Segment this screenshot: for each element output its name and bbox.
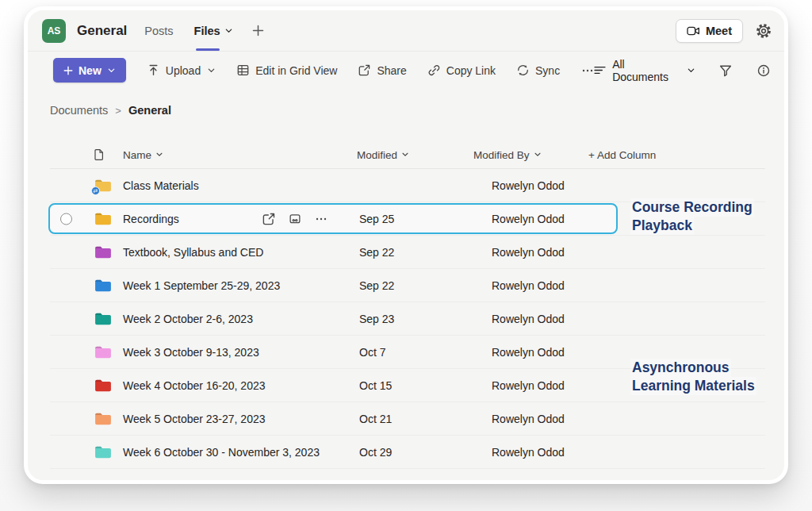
row-name[interactable]: Week 5 October 23-27, 2023 [123, 413, 266, 425]
row-modified: Sep 22 [359, 246, 394, 259]
funnel-icon [719, 64, 732, 77]
share-icon [358, 64, 370, 76]
tab-files[interactable]: Files [194, 10, 233, 51]
chevron-down-icon [107, 66, 116, 75]
row-modified-by: Rowelyn Odod [492, 279, 565, 292]
table-row[interactable]: ⇄ Week 6 October 30 - November 3, 2023 O… [50, 436, 765, 469]
row-name[interactable]: Week 6 October 30 - November 3, 2023 [123, 446, 320, 459]
table-row[interactable]: ⇄ Week 5 October 23-27, 2023 Oct 21 Rowe… [50, 402, 765, 436]
channel-avatar: AS [42, 19, 66, 43]
more-actions-button[interactable] [581, 65, 594, 76]
folder-icon: ⇄ [94, 279, 112, 293]
folder-icon: ⇄ [94, 212, 112, 226]
chevron-down-icon [224, 26, 233, 35]
row-modified-by: Rowelyn Odod [492, 446, 565, 459]
folder-icon: ⇄ [94, 179, 112, 193]
more-actions-icon[interactable] [315, 213, 327, 225]
share-icon[interactable] [262, 213, 275, 225]
row-modified: Oct 21 [359, 413, 392, 425]
chevron-down-icon [155, 151, 163, 159]
row-modified: Sep 23 [359, 313, 394, 325]
folder-icon: ⇄ [94, 245, 112, 259]
upload-icon [147, 64, 159, 76]
row-modified: Sep 22 [359, 279, 394, 292]
column-header-modified[interactable]: Modified [357, 148, 409, 160]
row-name[interactable]: Class Materials [123, 179, 199, 192]
table-row[interactable]: ⇄ Class Materials Rowelyn Odod [50, 169, 765, 202]
row-name[interactable]: Week 4 October 16-20, 2023 [123, 379, 266, 392]
breadcrumb-current: General [128, 104, 171, 117]
files-toolbar: New Upload Edit in Grid View [28, 52, 784, 89]
chevron-down-icon [401, 151, 409, 159]
toolbar-right-cluster: All Documents [594, 58, 770, 83]
upload-button[interactable]: Upload [147, 64, 216, 77]
row-modified: Oct 7 [359, 346, 385, 359]
row-hover-actions [262, 213, 327, 225]
row-modified-by: Rowelyn Odod [492, 213, 565, 225]
column-header-modified-by[interactable]: Modified By [473, 148, 542, 160]
list-lines-icon [594, 65, 606, 75]
plus-icon [252, 25, 264, 36]
view-selector[interactable]: All Documents [594, 58, 695, 83]
row-modified-by: Rowelyn Odod [492, 379, 565, 392]
table-row[interactable]: ⇄ Week 1 September 25-29, 2023 Sep 22 Ro… [50, 269, 765, 302]
info-icon [757, 64, 770, 77]
page-background: AS General Posts Files [0, 0, 812, 511]
row-select-radio[interactable] [60, 213, 72, 225]
sync-button[interactable]: Sync [517, 64, 560, 77]
copy-link-button[interactable]: Copy Link [428, 64, 496, 77]
folder-icon: ⇄ [94, 412, 112, 426]
new-button[interactable]: New [53, 58, 126, 83]
document-table: Name Modified Modified By [50, 140, 765, 469]
sync-icon [517, 64, 529, 76]
ellipsis-icon [581, 65, 594, 76]
row-modified-by: Rowelyn Odod [492, 346, 565, 359]
column-header-name[interactable]: Name [123, 148, 163, 160]
row-modified-by: Rowelyn Odod [492, 313, 565, 325]
row-name[interactable]: Textbook, Syllabus and CED [123, 246, 263, 259]
folder-icon: ⇄ [94, 378, 112, 393]
plus-icon [63, 66, 73, 75]
channel-tabs: Posts Files [144, 10, 232, 51]
gear-icon [756, 23, 772, 39]
breadcrumb: Documents > General [50, 104, 171, 117]
annotation-course-recording: Course Recording Playback [630, 198, 754, 235]
grid-icon [237, 64, 249, 76]
folder-icon: ⇄ [94, 312, 112, 326]
row-modified: Oct 15 [359, 379, 392, 392]
tab-posts[interactable]: Posts [144, 10, 173, 51]
edit-grid-view-button[interactable]: Edit in Grid View [237, 64, 337, 77]
file-type-column-icon[interactable] [94, 148, 105, 160]
row-name[interactable]: Recordings [123, 213, 179, 225]
details-button[interactable] [757, 64, 770, 77]
document-icon [94, 148, 105, 160]
settings-button[interactable] [756, 23, 772, 39]
meet-button-label: Meet [706, 25, 732, 37]
class-materials-badge: ⇄ [91, 186, 100, 195]
chevron-down-icon [534, 151, 542, 159]
row-name[interactable]: Week 3 October 9-13, 2023 [123, 346, 259, 359]
folder-icon: ⇄ [94, 445, 112, 459]
chevron-down-icon [207, 66, 216, 75]
add-column-button[interactable]: + Add Column [588, 148, 656, 160]
teams-files-window: AS General Posts Files [24, 6, 788, 484]
row-modified: Sep 25 [359, 213, 394, 225]
row-modified: Oct 29 [359, 446, 392, 459]
channel-title: General [77, 23, 127, 39]
copy-link-icon[interactable] [289, 213, 301, 225]
table-row[interactable]: ⇄ Week 2 October 2-6, 2023 Sep 23 Rowely… [50, 302, 765, 336]
filter-button[interactable] [719, 64, 732, 77]
table-row[interactable]: ⇄ Textbook, Syllabus and CED Sep 22 Rowe… [50, 236, 765, 269]
breadcrumb-separator: > [115, 105, 121, 117]
meet-button[interactable]: Meet [676, 19, 743, 43]
row-modified-by: Rowelyn Odod [492, 413, 565, 425]
chevron-down-icon [687, 66, 695, 75]
share-button[interactable]: Share [358, 64, 406, 77]
breadcrumb-documents[interactable]: Documents [50, 104, 108, 117]
add-tab-button[interactable] [252, 25, 264, 36]
table-header: Name Modified Modified By [50, 140, 765, 169]
row-name[interactable]: Week 2 October 2-6, 2023 [123, 313, 253, 325]
channel-header: AS General Posts Files [28, 10, 784, 52]
annotation-async-materials: Asynchronous Learning Materials [630, 359, 756, 395]
row-name[interactable]: Week 1 September 25-29, 2023 [123, 279, 280, 292]
